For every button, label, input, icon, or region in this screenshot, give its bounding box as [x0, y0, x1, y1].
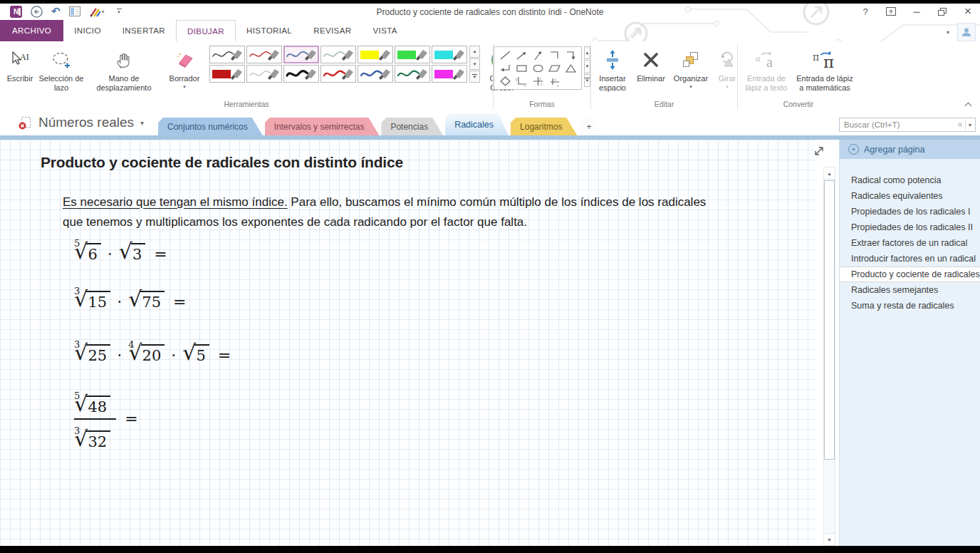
add-page-button[interactable]: + Agregar página	[840, 140, 980, 159]
pen-swatch-13-pen[interactable]	[395, 65, 430, 83]
shape-diamond-icon[interactable]	[497, 75, 513, 87]
page-list-item-propiedades-de-los-radicales-ii[interactable]: Propiedades de los radicales II	[840, 219, 980, 235]
page-list-item-radicales-semejantes[interactable]: Radicales semejantes	[840, 282, 980, 298]
pen-swatch-6-highlighter[interactable]	[395, 46, 430, 63]
shapes-more-button[interactable]: ▼	[584, 74, 590, 87]
qat-customize-button[interactable]: ▾	[117, 5, 122, 18]
shape-arrow-diagonal-icon[interactable]	[514, 49, 529, 61]
pen-swatch-5-highlighter[interactable]	[358, 46, 393, 63]
page-list-item-radical-como-potencia[interactable]: Radical como potencia	[840, 172, 980, 188]
radical: √5	[182, 342, 209, 363]
search-scope-dropdown-icon[interactable]: ▾	[969, 122, 975, 128]
shape-axes-cross-icon[interactable]: yx	[530, 75, 546, 87]
onenote-logo-icon[interactable]: N	[10, 6, 22, 18]
ribbon-tab-historial[interactable]: HISTORIAL	[236, 20, 303, 41]
pen-swatch-14-highlighter[interactable]	[432, 65, 467, 83]
shape-line-diagonal-icon[interactable]	[497, 49, 513, 61]
pen-swatch-4-pen[interactable]	[320, 46, 356, 63]
collapse-ribbon-button[interactable]	[966, 102, 971, 108]
expand-page-icon[interactable]	[813, 145, 825, 157]
ribbon-tab-inicio[interactable]: INICIO	[63, 20, 112, 41]
shapes-down-button[interactable]: ▼	[584, 60, 590, 73]
pen-gallery-more-button[interactable]: ▼	[469, 71, 480, 83]
pen-swatch-3-pen[interactable]	[283, 46, 319, 63]
minimize-button[interactable]: ─	[910, 6, 923, 17]
section-tab-intervalos-y-semirrectas[interactable]: Intervalos y semirrectas	[265, 118, 380, 135]
page-list-item-radicales-equivalentes[interactable]: Radicales equivalentes	[840, 188, 980, 204]
pen-swatch-2-pen[interactable]	[246, 46, 282, 63]
insert-space-icon	[604, 47, 621, 73]
shape-ellipse-icon[interactable]	[530, 62, 546, 74]
section-tab-logaritmos[interactable]: Logaritmos	[511, 118, 577, 135]
shape-axes-quadrant-icon[interactable]: yx	[514, 75, 529, 87]
shape-arrow-diagonal-steep-icon[interactable]	[530, 49, 546, 61]
back-button[interactable]	[31, 5, 43, 18]
ribbon-display-options-button[interactable]	[885, 6, 897, 17]
svg-text:y: y	[516, 77, 518, 81]
scrollbar-thumb[interactable]	[824, 180, 835, 460]
eliminar-button[interactable]: Eliminar	[632, 44, 669, 83]
search-icon[interactable]	[958, 120, 962, 130]
girar-dropdown-icon: ▾	[726, 85, 729, 89]
pen-swatch-10-pen[interactable]	[283, 65, 319, 83]
pen-swatch-11-pen[interactable]	[320, 65, 356, 83]
page-list-item-introducir-factores-en-un-radical[interactable]: Introducir factores en un radical	[840, 251, 980, 267]
ribbon-tab-insertar[interactable]: INSERTAR	[112, 20, 176, 41]
section-tab-potencias[interactable]: Potencias	[381, 118, 443, 135]
section-bar: Números reales ▾ Conjuntos numéricosInte…	[0, 112, 980, 135]
scroll-up-button[interactable]: ▲	[824, 167, 835, 180]
shape-axes-half-icon[interactable]: yx	[546, 75, 562, 87]
lapiz-a-texto-button[interactable]: a a Entrada de lápiz a texto	[739, 44, 793, 92]
dock-to-desktop-button[interactable]	[69, 5, 80, 18]
shape-triangle-icon[interactable]	[563, 62, 578, 74]
pen-swatch-7-highlighter[interactable]	[432, 46, 467, 63]
pen-swatch-9-pen[interactable]	[246, 65, 282, 83]
mano-desplazamiento-button[interactable]: Mano de desplazamiento	[84, 44, 164, 92]
vertical-scrollbar[interactable]: ▲ ▼	[823, 167, 835, 546]
ribbon-tab-archivo[interactable]: ARCHIVO	[0, 20, 63, 41]
page-list-item-suma-y-resta-de-radicales[interactable]: Suma y resta de radicales	[840, 298, 980, 314]
seleccion-lazo-button[interactable]: Selección de lazo	[38, 44, 84, 92]
pen-swatch-1-pen[interactable]	[209, 46, 245, 63]
restore-button[interactable]	[936, 6, 949, 17]
shape-corner-arrow-down-icon[interactable]	[563, 49, 578, 61]
help-button[interactable]: ?	[859, 6, 872, 17]
ribbon-tab-revisar[interactable]: REVISAR	[303, 20, 362, 41]
borrador-button[interactable]: Borrador ▾	[164, 44, 205, 89]
page-list-item-propiedades-de-los-radicales-i[interactable]: Propiedades de los radicales I	[840, 204, 980, 219]
pen-gallery-down-button[interactable]: ▼	[469, 58, 480, 71]
shape-corner-arrow-left-icon[interactable]	[497, 62, 513, 74]
math-expression-2: 3√15·√75=	[74, 289, 186, 310]
section-tab-radicales[interactable]: Radicales	[445, 113, 509, 135]
pen-gallery-up-button[interactable]: ▲	[469, 46, 480, 58]
shape-rectangle-icon[interactable]	[514, 62, 529, 74]
favorite-pens-button[interactable]: ▾	[89, 5, 108, 18]
shapes-up-button[interactable]: ▲	[584, 46, 590, 59]
insertar-espacio-button[interactable]: Insertar espacio	[593, 44, 632, 92]
page-list-item-extraer-factores-de-un-radical[interactable]: Extraer factores de un radical	[840, 235, 980, 251]
shape-corner-line-icon[interactable]	[546, 49, 562, 61]
new-section-tab[interactable]: +	[579, 118, 603, 135]
account-avatar[interactable]	[957, 23, 976, 41]
pens-icon	[89, 6, 100, 17]
ribbon-tabs: ARCHIVOINICIOINSERTARDIBUJARHISTORIALREV…	[0, 20, 408, 41]
pen-swatch-8-highlighter[interactable]	[209, 65, 245, 83]
pen-gallery: ▲ ▼ ▼	[209, 46, 480, 83]
close-button[interactable]: ×	[961, 6, 974, 17]
ribbon-tab-dibujar[interactable]: DIBUJAR	[176, 20, 236, 41]
notebook-dropdown[interactable]: Números reales ▾	[19, 115, 144, 130]
undo-button[interactable]: ↶	[51, 5, 61, 18]
search-input[interactable]	[840, 120, 958, 129]
ribbon-tab-vista[interactable]: VISTA	[362, 20, 407, 41]
escribir-button[interactable]: AI Escribir	[1, 44, 38, 83]
organizar-button[interactable]: Organizar ▾	[669, 44, 712, 89]
notebook-caret-icon: ▾	[140, 119, 144, 127]
page-canvas[interactable]: Producto y cociente de radicales con dis…	[0, 140, 839, 546]
account-area[interactable]: ▾	[947, 23, 976, 41]
page-list-item-producto-y-cociente-de-radicales[interactable]: Producto y cociente de radicales	[840, 267, 980, 282]
lapiz-a-matematicas-button[interactable]: π π Entrada de lápiz a matemáticas	[793, 44, 856, 92]
section-tab-conjuntos-num-ricos[interactable]: Conjuntos numéricos	[158, 118, 263, 135]
pen-swatch-12-pen[interactable]	[358, 65, 393, 83]
shape-parallelogram-icon[interactable]	[546, 62, 562, 74]
scroll-down-button[interactable]: ▼	[824, 533, 835, 545]
